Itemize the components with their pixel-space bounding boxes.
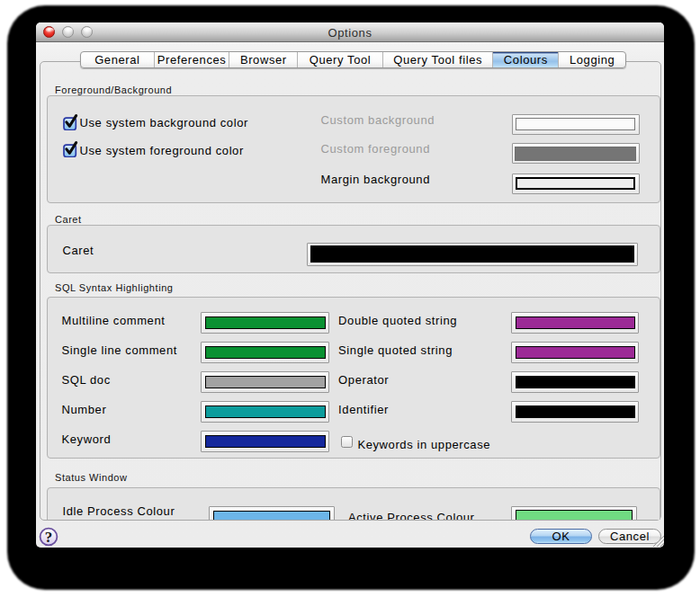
svg-text:?: ? (44, 529, 52, 546)
